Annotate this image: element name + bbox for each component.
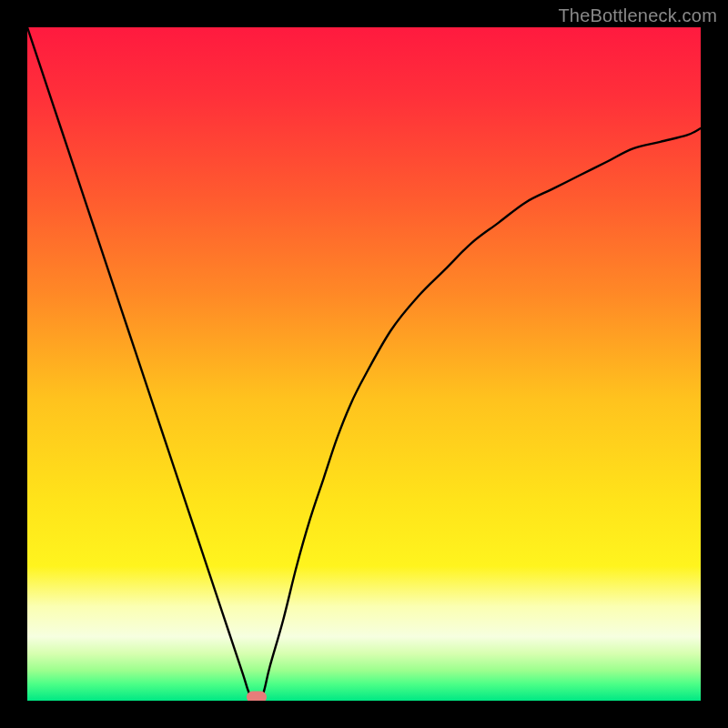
plot-area (27, 27, 701, 701)
chart-frame: TheBottleneck.com (0, 0, 728, 728)
optimal-point-marker (247, 692, 267, 702)
bottleneck-curve (27, 27, 701, 701)
watermark-text: TheBottleneck.com (558, 5, 717, 26)
